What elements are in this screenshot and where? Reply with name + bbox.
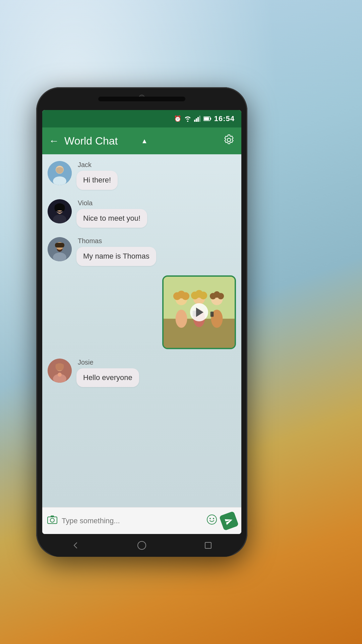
- sender-name: Viola: [76, 199, 147, 207]
- phone-speaker: [98, 97, 185, 101]
- avatar[interactable]: [48, 359, 72, 383]
- message-row: Josie Hello everyone: [48, 359, 236, 387]
- sender-name: Jack: [76, 161, 118, 169]
- settings-button[interactable]: [223, 134, 235, 148]
- message-text: Hello everyone: [83, 373, 132, 382]
- message-content: Josie Hello everyone: [76, 359, 139, 387]
- svg-rect-1: [196, 118, 197, 122]
- message-content: Thomas My name is Thomas: [76, 237, 156, 266]
- svg-rect-2: [197, 117, 199, 122]
- status-time: 16:54: [214, 114, 235, 123]
- camera-button[interactable]: [47, 515, 58, 527]
- svg-point-22: [176, 310, 187, 328]
- svg-point-44: [207, 515, 217, 524]
- play-button[interactable]: [190, 303, 208, 321]
- message-text: Nice to meet you!: [83, 214, 140, 222]
- message-row: Jack Hi there!: [48, 161, 236, 190]
- message-bubble: Nice to meet you!: [76, 209, 147, 228]
- chat-area: Jack Hi there!: [42, 154, 241, 507]
- video-message[interactable]: [162, 275, 236, 349]
- status-icons: ⏰ 16:54: [174, 114, 235, 123]
- message-content: Viola Nice to meet you!: [76, 199, 147, 228]
- svg-rect-37: [210, 312, 214, 317]
- svg-rect-5: [204, 117, 209, 120]
- message-bubble: Hi there!: [76, 171, 118, 190]
- input-bar: [42, 507, 241, 534]
- avatar[interactable]: [48, 237, 72, 261]
- message-text: My name is Thomas: [83, 252, 149, 260]
- svg-rect-17: [55, 243, 64, 248]
- svg-point-47: [138, 541, 146, 549]
- signal-icon: [194, 116, 201, 122]
- svg-rect-48: [205, 542, 211, 548]
- back-nav-button[interactable]: [67, 537, 84, 554]
- emoji-button[interactable]: [206, 514, 217, 527]
- message-row-video: [48, 275, 236, 349]
- dropdown-icon[interactable]: ▲: [141, 137, 148, 145]
- svg-point-45: [209, 518, 211, 519]
- svg-point-41: [58, 373, 62, 377]
- svg-point-35: [218, 293, 224, 299]
- back-button[interactable]: ←: [49, 135, 59, 147]
- sender-name: Josie: [76, 359, 139, 366]
- message-row: Viola Nice to meet you!: [48, 199, 236, 228]
- message-text: Hi there!: [83, 176, 111, 184]
- svg-point-25: [182, 292, 189, 300]
- app-header: ← World Chat ▲: [42, 127, 241, 154]
- play-triangle-icon: [196, 308, 203, 317]
- recent-nav-button[interactable]: [200, 537, 217, 554]
- svg-point-7: [227, 138, 231, 142]
- svg-rect-6: [210, 118, 211, 120]
- svg-rect-0: [194, 120, 195, 122]
- alarm-icon: ⏰: [174, 115, 181, 122]
- battery-icon: [203, 116, 212, 121]
- phone-screen: ⏰ 16:54: [42, 110, 241, 534]
- message-bubble: My name is Thomas: [76, 247, 156, 266]
- message-row: Thomas My name is Thomas: [48, 237, 236, 266]
- svg-point-30: [199, 291, 207, 299]
- video-thumbnail: [164, 277, 235, 348]
- bottom-navigation: [42, 534, 241, 557]
- avatar[interactable]: [48, 199, 72, 223]
- sender-name: Thomas: [76, 237, 156, 245]
- status-bar: ⏰ 16:54: [42, 110, 241, 127]
- wifi-icon: [184, 116, 191, 122]
- svg-point-43: [50, 518, 54, 522]
- home-nav-button[interactable]: [133, 537, 150, 554]
- send-button[interactable]: [219, 511, 239, 531]
- message-input[interactable]: [62, 517, 202, 525]
- svg-rect-3: [199, 116, 200, 122]
- svg-point-46: [213, 518, 214, 519]
- phone-shell: ⏰ 16:54: [36, 87, 247, 557]
- avatar[interactable]: [48, 161, 72, 185]
- message-bubble: Hello everyone: [76, 368, 139, 387]
- chat-title: World Chat: [64, 135, 140, 147]
- message-content: Jack Hi there!: [76, 161, 118, 190]
